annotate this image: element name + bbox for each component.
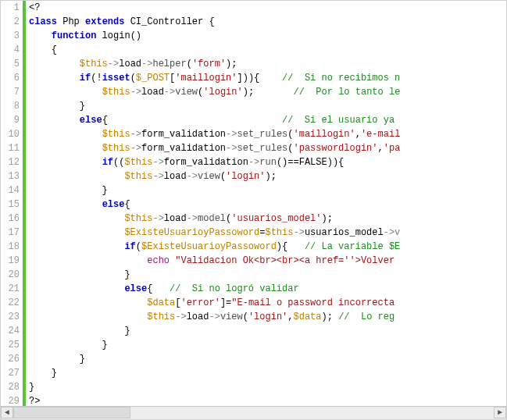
code-line: $this->load->view('login',$data); // Lo …	[29, 310, 395, 324]
code-area[interactable]: 1234567891011121314151617181920212223242…	[1, 1, 506, 407]
code-line: $this->load->helper('form');	[29, 57, 237, 71]
code-line: $ExisteUsuarioyPassoword=$this->usuarios…	[29, 226, 400, 240]
line-number: 22	[1, 296, 20, 310]
line-number: 11	[1, 141, 20, 155]
code-line: echo "Validacion Ok<br><br><a href=''>Vo…	[29, 254, 395, 268]
code-line: $this->form_validation->set_rules('passw…	[29, 141, 400, 155]
code-line: else{	[29, 198, 130, 212]
line-number-gutter: 1234567891011121314151617181920212223242…	[1, 1, 23, 407]
line-number: 12	[1, 155, 20, 169]
line-number: 3	[1, 29, 20, 43]
line-number: 1	[1, 1, 20, 15]
line-number: 26	[1, 352, 20, 366]
line-number: 8	[1, 99, 20, 113]
line-number: 16	[1, 212, 20, 226]
code-line: $this->load->model('usuarios_model');	[29, 212, 333, 226]
code-line: class Php extends CI_Controller {	[29, 15, 215, 29]
editor-viewport: 1234567891011121314151617181920212223242…	[0, 0, 507, 420]
code-line: else{ // Si no logró validar	[29, 282, 299, 296]
code-line: $this->form_validation->set_rules('maill…	[29, 127, 400, 141]
line-number: 7	[1, 85, 20, 99]
line-number: 13	[1, 169, 20, 183]
line-number: 18	[1, 240, 20, 254]
code-line: $this->load->view('login');	[29, 169, 277, 183]
line-number: 27	[1, 366, 20, 380]
code-line: }	[29, 268, 130, 282]
line-number: 10	[1, 127, 20, 141]
line-number: 6	[1, 71, 20, 85]
line-number: 5	[1, 57, 20, 71]
line-number: 2	[1, 15, 20, 29]
code-line: {	[29, 43, 57, 57]
scroll-thumb[interactable]	[13, 407, 130, 418]
line-number: 15	[1, 198, 20, 212]
line-number: 9	[1, 113, 20, 127]
code-line: }	[29, 338, 108, 352]
line-number: 24	[1, 324, 20, 338]
scroll-right-button[interactable]: ►	[494, 407, 506, 418]
scroll-left-button[interactable]: ◄	[1, 407, 13, 418]
line-number: 21	[1, 282, 20, 296]
line-number: 4	[1, 43, 20, 57]
code-line: }	[29, 99, 85, 113]
code-line: }	[29, 183, 108, 198]
code-line: if(!isset($_POST['maillogin'])){ // Si n…	[29, 71, 400, 85]
code-line: }	[29, 366, 57, 380]
code-line: if($ExisteUsuarioyPassoword){ // La vari…	[29, 240, 400, 254]
code-line: }	[29, 352, 85, 366]
code-line: <?	[29, 1, 40, 15]
horizontal-scrollbar[interactable]: ◄ ►	[1, 406, 506, 419]
code-line: $data['error']="E-mail o password incorr…	[29, 296, 395, 310]
line-number: 14	[1, 183, 20, 198]
code-line: }	[29, 380, 34, 394]
code-line: else{ // Si el usuario ya	[29, 113, 395, 127]
line-number: 25	[1, 338, 20, 352]
line-number: 17	[1, 226, 20, 240]
line-number: 19	[1, 254, 20, 268]
code-line: if(($this->form_validation->run()==FALSE…	[29, 155, 344, 169]
change-marker	[23, 1, 26, 407]
line-number: 20	[1, 268, 20, 282]
code-line: }	[29, 324, 130, 338]
line-number: 28	[1, 380, 20, 394]
line-number: 23	[1, 310, 20, 324]
code-line: function login()	[29, 29, 141, 43]
code-line: $this->load->view('login'); // Por lo ta…	[29, 85, 400, 99]
